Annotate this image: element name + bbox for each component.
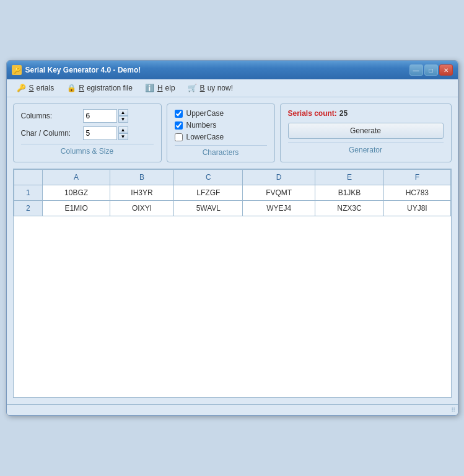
menu-registration[interactable]: 🔒 Registration file	[61, 81, 138, 95]
menu-buynow-rest: uy now!	[208, 84, 233, 92]
generate-button[interactable]: Generate	[288, 123, 444, 139]
uppercase-label: UpperCase	[186, 109, 224, 118]
table-body: 110BGZIH3YRLFZGFFVQMTB1JKBHC7832E1MIOOIX…	[14, 185, 450, 216]
numbers-row: Numbers	[175, 121, 267, 130]
table-cell: NZX3C	[315, 201, 383, 216]
serials-icon: 🔑	[17, 83, 27, 93]
row-num-cell: 2	[14, 201, 43, 216]
registration-icon: 🔒	[66, 83, 76, 93]
columns-field-row: Columns: ▲ ▼	[21, 109, 154, 123]
header-d: D	[243, 170, 315, 185]
menu-registration-label: R	[79, 84, 84, 92]
lowercase-row: LowerCase	[175, 133, 267, 141]
menu-help-rest: elp	[165, 84, 175, 92]
table-cell: LFZGF	[174, 185, 243, 201]
close-button[interactable]: ✕	[439, 64, 453, 76]
table-cell: FVQMT	[243, 185, 315, 201]
columns-spin-down[interactable]: ▼	[118, 116, 128, 123]
header-b: B	[110, 170, 173, 185]
main-window: 🔑 Serial Key Generator 4.0 - Demo! — □ ✕…	[6, 60, 458, 416]
uppercase-checkbox[interactable]	[175, 110, 183, 118]
characters-panel: UpperCase Numbers LowerCase Characters	[167, 104, 275, 162]
lowercase-label: LowerCase	[186, 133, 224, 141]
table-cell: UYJ8I	[384, 201, 450, 216]
menu-buynow[interactable]: 🛒 Buy now!	[183, 81, 238, 95]
serials-count-value: 25	[339, 109, 348, 118]
serials-table: A B C D E F 110BGZIH3YRLFZGFFVQMTB1JKBHC…	[14, 169, 451, 216]
table-cell: HC783	[384, 185, 450, 201]
row-num-cell: 1	[14, 185, 43, 201]
main-content: Columns: ▲ ▼ Char / Column: ▲	[7, 97, 458, 404]
table-cell: 10BGZ	[43, 185, 110, 201]
header-rownum	[14, 170, 43, 185]
char-column-field-row: Char / Column: ▲ ▼	[21, 126, 154, 140]
columns-spin-up[interactable]: ▲	[118, 109, 128, 116]
columns-panel-title: Columns & Size	[21, 144, 154, 156]
numbers-label: Numbers	[186, 121, 217, 130]
char-column-spin-up[interactable]: ▲	[118, 126, 128, 133]
table-cell: 5WAVL	[174, 201, 243, 216]
columns-input[interactable]	[83, 109, 117, 123]
table-cell: WYEJ4	[243, 201, 315, 216]
table-row: 2E1MIOOIXYI5WAVLWYEJ4NZX3CUYJ8I	[14, 201, 450, 216]
table-cell: IH3YR	[110, 185, 173, 201]
numbers-checkbox[interactable]	[175, 121, 183, 130]
columns-panel: Columns: ▲ ▼ Char / Column: ▲	[13, 104, 162, 162]
menu-buynow-label: B	[200, 84, 205, 92]
menu-serials-rest: erials	[37, 84, 55, 92]
columns-spin: ▲ ▼	[118, 109, 128, 123]
menu-bar: 🔑 Serials 🔒 Registration file ℹ️ Help 🛒 …	[7, 79, 458, 97]
header-c: C	[174, 170, 243, 185]
title-controls: — □ ✕	[409, 64, 453, 76]
menu-serials[interactable]: 🔑 Serials	[12, 81, 59, 95]
resize-grip: ⠿	[451, 407, 455, 413]
columns-input-group: ▲ ▼	[83, 109, 128, 123]
table-header-row: A B C D E F	[14, 170, 450, 185]
header-f: F	[384, 170, 450, 185]
char-column-label: Char / Column:	[21, 129, 83, 138]
header-e: E	[315, 170, 383, 185]
menu-serials-label: S	[29, 84, 34, 92]
app-icon: 🔑	[12, 65, 22, 75]
columns-label: Columns:	[21, 112, 83, 120]
lowercase-checkbox[interactable]	[175, 133, 183, 141]
title-bar: 🔑 Serial Key Generator 4.0 - Demo! — □ ✕	[7, 61, 458, 79]
window-title: Serial Key Generator 4.0 - Demo!	[25, 66, 141, 74]
table-cell: B1JKB	[315, 185, 383, 201]
generator-panel-title: Generator	[288, 143, 444, 154]
menu-help-label: H	[157, 84, 163, 92]
table-cell: OIXYI	[110, 201, 173, 216]
help-icon: ℹ️	[145, 83, 155, 93]
cart-icon: 🛒	[188, 83, 198, 93]
table-cell: E1MIO	[43, 201, 110, 216]
char-column-spin-down[interactable]: ▼	[118, 133, 128, 140]
menu-registration-rest: egistration file	[87, 84, 133, 92]
header-a: A	[43, 170, 110, 185]
maximize-button[interactable]: □	[424, 64, 438, 76]
serials-count-label: Serials count:	[288, 109, 337, 118]
serials-count-row: Serials count: 25	[288, 109, 444, 118]
generator-panel: Serials count: 25 Generate Generator	[280, 104, 452, 162]
uppercase-row: UpperCase	[175, 109, 267, 118]
table-container: A B C D E F 110BGZIH3YRLFZGFFVQMTB1JKBHC…	[13, 169, 452, 398]
controls-row: Columns: ▲ ▼ Char / Column: ▲	[13, 104, 452, 162]
char-column-spin: ▲ ▼	[118, 126, 128, 140]
char-column-input-group: ▲ ▼	[83, 126, 128, 140]
statusbar: ⠿	[7, 404, 458, 415]
char-column-input[interactable]	[83, 126, 117, 140]
table-header: A B C D E F	[14, 170, 450, 185]
title-bar-left: 🔑 Serial Key Generator 4.0 - Demo!	[12, 65, 141, 75]
table-row: 110BGZIH3YRLFZGFFVQMTB1JKBHC783	[14, 185, 450, 201]
menu-help[interactable]: ℹ️ Help	[140, 81, 180, 95]
minimize-button[interactable]: —	[409, 64, 423, 76]
characters-panel-title: Characters	[175, 145, 267, 157]
